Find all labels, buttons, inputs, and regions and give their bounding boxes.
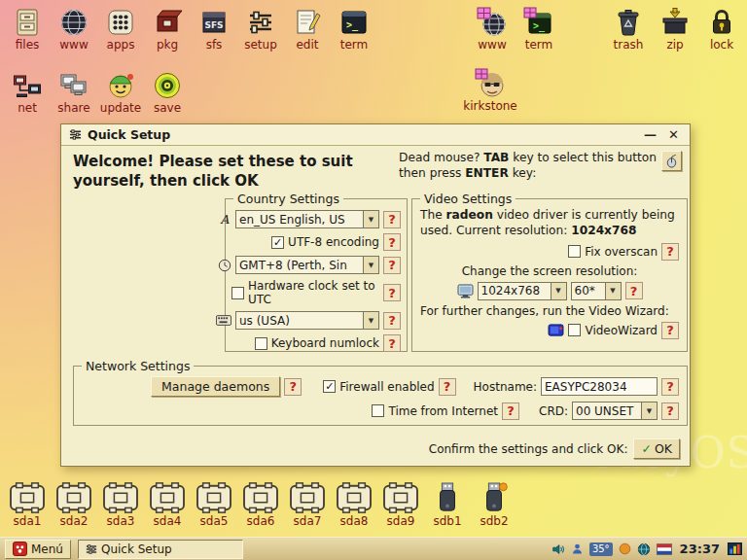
frequency-select[interactable]: 60* ▼ (571, 282, 622, 300)
desktop-icon-sfs[interactable]: SFSsfs (191, 5, 237, 52)
keyboard-help-button[interactable]: ? (383, 312, 401, 330)
keyboard-row: us (USA) ▼ ? (216, 311, 401, 330)
video-settings-label: Video Settings (420, 192, 516, 206)
daemons-help-button[interactable]: ? (284, 378, 302, 396)
fix-overscan-checkbox[interactable] (568, 245, 581, 258)
hwclock-checkbox[interactable] (231, 287, 244, 299)
titlebar[interactable]: Quick Setup — ✕ (61, 124, 690, 146)
desktop-icon-kirkstone[interactable]: kirkstone (467, 66, 514, 113)
desktop-icon-sda1[interactable]: sda1 (4, 477, 51, 528)
zip-icon (659, 5, 691, 38)
dead-mouse-text: Dead mouse? TAB key to select this butto… (399, 151, 657, 182)
desktop-icon-sdb1[interactable]: sdb1 (424, 477, 471, 528)
desktop-icon-trash[interactable]: trash (605, 5, 652, 52)
drive-icon (53, 477, 94, 514)
video-driver-info: The radeon video driver is currently bei… (420, 208, 679, 239)
desktop-icon-apps[interactable]: apps (97, 5, 144, 52)
chevron-down-icon: ▼ (363, 312, 378, 329)
chevron-down-icon: ▼ (363, 211, 378, 228)
task-icon (86, 543, 97, 555)
resolution-help-button[interactable]: ? (625, 282, 643, 299)
crd-help-button[interactable]: ? (661, 402, 679, 420)
desktop-icon-sda3[interactable]: sda3 (97, 477, 144, 528)
utf8-label: UTF-8 encoding (288, 235, 379, 249)
desktop-icon-www[interactable]: www (469, 5, 516, 52)
hostname-help-button[interactable]: ? (661, 378, 679, 396)
utf8-help-button[interactable]: ? (383, 233, 401, 251)
overscan-help-button[interactable]: ? (661, 243, 679, 261)
numlock-help-button[interactable]: ? (383, 334, 401, 352)
volume-icon[interactable] (551, 542, 565, 556)
fix-overscan-label: Fix overscan (585, 245, 658, 259)
keyboard-layout-select[interactable]: us (USA) ▼ (235, 311, 379, 330)
desktop-icon-share[interactable]: share (51, 68, 97, 115)
desktop-icon-lock[interactable]: lock (698, 5, 745, 52)
close-button[interactable]: ✕ (665, 128, 682, 141)
video-wizard-help-button[interactable]: ? (661, 322, 679, 339)
taskbar-clock[interactable]: 23:37 (678, 542, 722, 556)
time-help-button[interactable]: ? (502, 402, 519, 420)
hostname-input[interactable]: EASYPC28034 (541, 377, 658, 396)
desktop-icon-term[interactable]: >_term (331, 5, 377, 52)
hostname-label: Hostname: (474, 380, 537, 394)
locale-select[interactable]: en_US English, US ▼ (235, 210, 379, 228)
manage-daemons-button[interactable]: Manage daemons (151, 376, 280, 397)
icon-label: setup (244, 39, 277, 52)
drive-icon (287, 477, 328, 514)
desktop-icon-save[interactable]: save (144, 68, 191, 115)
icon-label: sdb2 (480, 515, 508, 528)
desktop-icon-sdb2[interactable]: sdb2 (471, 477, 517, 528)
desktop-icon-sda5[interactable]: sda5 (191, 477, 237, 528)
desktop-icon-term[interactable]: >_term (516, 5, 562, 52)
utf8-checkbox[interactable]: ✓ (271, 236, 284, 249)
video-wizard-checkbox[interactable] (568, 324, 581, 336)
hwclock-row: Hardware clock set to UTC ? (231, 279, 401, 306)
network-row-2: Time from Internet ? CRD: 00 UNSET ▼ ? (372, 402, 679, 420)
resolution-select[interactable]: 1024x768 ▼ (478, 282, 567, 300)
firewall-checkbox[interactable]: ✓ (323, 380, 336, 393)
desktop-icon-sda9[interactable]: sda9 (377, 477, 424, 528)
temperature-badge[interactable]: 35° (589, 542, 613, 556)
locale-help-button[interactable]: ? (383, 211, 401, 228)
timezone-help-button[interactable]: ? (383, 257, 401, 274)
minimize-button[interactable]: — (641, 128, 659, 141)
crd-value: 00 UNSET (573, 404, 641, 418)
user-icon[interactable] (571, 542, 584, 555)
desktop-icon-sda4[interactable]: sda4 (144, 477, 191, 528)
hwclock-help-button[interactable]: ? (383, 284, 401, 301)
cpu-meter-icon[interactable] (728, 542, 742, 555)
desktop-icon-sda6[interactable]: sda6 (237, 477, 284, 528)
taskbar-task-quick-setup[interactable]: Quick Setup (78, 540, 243, 559)
desktop-icon-sda7[interactable]: sda7 (284, 477, 331, 528)
firewall-help-button[interactable]: ? (439, 378, 456, 396)
desktop-icon-pkg[interactable]: pkg (144, 5, 191, 52)
desktop-icon-www[interactable]: www (51, 5, 97, 52)
desktop-icon-net[interactable]: net (4, 68, 51, 115)
status-orb-icon[interactable] (619, 542, 631, 555)
timezone-select[interactable]: GMT+8 (Perth, Sin ▼ (235, 256, 379, 274)
desktop-icon-edit[interactable]: edit (284, 5, 331, 52)
desktop-icon-sda2[interactable]: sda2 (51, 477, 97, 528)
resolution-value: 1024x768 (479, 284, 551, 298)
dead-mouse-button[interactable] (661, 151, 682, 171)
desktop-icon-files[interactable]: files (4, 5, 51, 52)
keyboard-layout-flag-icon[interactable] (657, 543, 672, 555)
crd-select[interactable]: 00 UNSET ▼ (572, 402, 658, 420)
icon-label: www (478, 39, 506, 52)
apps-icon (105, 5, 136, 38)
desktop-icon-sda8[interactable]: sda8 (331, 477, 377, 528)
desktop-icon-zip[interactable]: zip (652, 5, 698, 52)
desktop-icons-distro: kirkstone (467, 66, 514, 113)
desktop-icon-setup[interactable]: setup (237, 5, 284, 52)
desktop-icon-update[interactable]: update (97, 68, 144, 115)
icon-label: share (57, 102, 89, 115)
monitor-icon (457, 284, 474, 298)
time-internet-checkbox[interactable] (372, 404, 384, 417)
menu-button[interactable]: Menú (5, 540, 71, 559)
svg-text:>_: >_ (346, 19, 359, 31)
numlock-checkbox[interactable] (255, 337, 267, 350)
network-globe-icon[interactable] (637, 542, 651, 556)
locale-value: en_US English, US (236, 213, 363, 227)
clock-icon (218, 259, 231, 272)
ok-button[interactable]: ✓ OK (633, 438, 680, 459)
